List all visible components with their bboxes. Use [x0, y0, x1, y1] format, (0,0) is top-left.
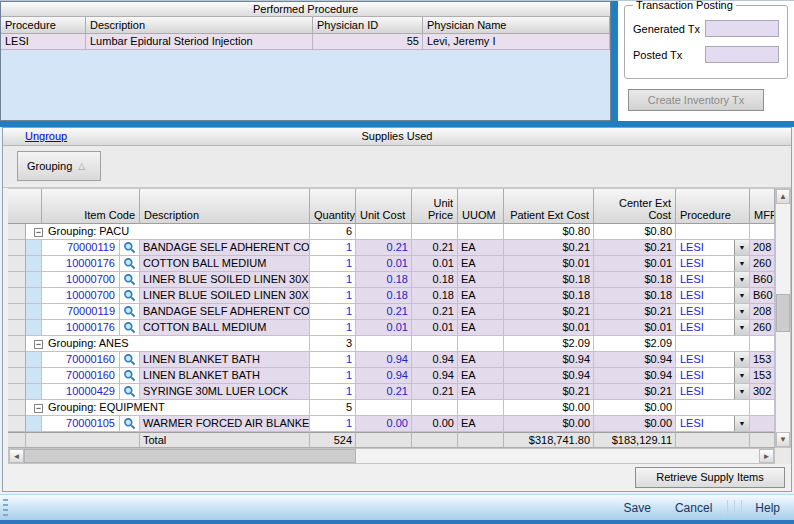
col-header-mfr[interactable]: MFR — [750, 188, 775, 224]
group-label-cell[interactable]: −Grouping: EQUIPMENT — [26, 400, 310, 416]
grouping-button[interactable]: Grouping △ — [17, 151, 101, 181]
col-header-quantity[interactable]: Quantity — [310, 188, 356, 224]
row-selector[interactable] — [8, 416, 26, 432]
item-lookup-button[interactable] — [120, 368, 140, 384]
generated-tx-field[interactable] — [705, 20, 779, 37]
row-selector[interactable] — [8, 368, 26, 384]
col-header-procedure[interactable]: Procedure — [1, 17, 86, 34]
quantity-cell[interactable]: 1 — [310, 352, 356, 368]
chevron-down-icon[interactable]: ▼ — [734, 240, 749, 255]
vertical-scroll-thumb[interactable] — [776, 294, 790, 332]
scroll-left-icon[interactable]: ◄ — [9, 449, 24, 463]
chevron-down-icon[interactable]: ▼ — [734, 320, 749, 335]
procedure-dropdown[interactable]: LESI▼ — [676, 240, 750, 256]
row-selector[interactable] — [8, 320, 26, 336]
chevron-down-icon[interactable]: ▼ — [734, 416, 749, 431]
chevron-down-icon[interactable]: ▼ — [734, 272, 749, 287]
item-code-link[interactable]: 70000160 — [42, 352, 120, 368]
item-lookup-button[interactable] — [120, 272, 140, 288]
create-inventory-tx-button[interactable]: Create Inventory Tx — [628, 89, 764, 111]
item-lookup-button[interactable] — [120, 352, 140, 368]
chevron-down-icon[interactable]: ▼ — [734, 368, 749, 383]
group-label-cell[interactable]: −Grouping: ANES — [26, 336, 310, 352]
scroll-right-icon[interactable]: ► — [759, 449, 774, 463]
retrieve-supply-items-button[interactable]: Retrieve Supply Items — [635, 467, 785, 488]
row-selector[interactable] — [8, 240, 26, 256]
quantity-cell[interactable]: 1 — [310, 240, 356, 256]
col-header-uuom[interactable]: UUOM — [458, 188, 504, 224]
row-selector[interactable] — [8, 288, 26, 304]
col-header-unit-cost[interactable]: Unit Cost — [356, 188, 412, 224]
cell-physician-id[interactable]: 55 — [313, 34, 423, 50]
quantity-cell[interactable]: 1 — [310, 304, 356, 320]
col-header-description[interactable]: Description — [140, 188, 310, 224]
horizontal-scroll-thumb[interactable] — [24, 449, 356, 463]
item-code-link[interactable]: 10000176 — [42, 320, 120, 336]
quantity-cell[interactable]: 1 — [310, 320, 356, 336]
scroll-down-icon[interactable]: ▼ — [776, 432, 790, 447]
item-code-link[interactable]: 10000700 — [42, 288, 120, 304]
posted-tx-field[interactable] — [705, 46, 779, 63]
row-selector[interactable] — [8, 400, 26, 416]
collapse-icon[interactable]: − — [34, 228, 43, 237]
horizontal-scrollbar[interactable]: ◄ ► — [8, 448, 775, 464]
item-lookup-button[interactable] — [120, 256, 140, 272]
save-button[interactable]: Save — [624, 501, 651, 515]
cell-physician-name[interactable]: Levi, Jeremy I — [423, 34, 610, 50]
chevron-down-icon[interactable]: ▼ — [734, 352, 749, 367]
col-header-procedure[interactable]: Procedure — [676, 188, 750, 224]
row-selector[interactable] — [8, 384, 26, 400]
procedure-dropdown[interactable]: LESI▼ — [676, 272, 750, 288]
item-lookup-button[interactable] — [120, 240, 140, 256]
help-button[interactable]: Help — [755, 501, 780, 515]
horizontal-scroll-track[interactable] — [24, 449, 759, 463]
item-lookup-button[interactable] — [120, 304, 140, 320]
item-lookup-button[interactable] — [120, 288, 140, 304]
vertical-scrollbar[interactable]: ▲ ▼ — [775, 188, 791, 448]
item-lookup-button[interactable] — [120, 320, 140, 336]
item-code-link[interactable]: 70000105 — [42, 416, 120, 432]
col-header-description[interactable]: Description — [86, 17, 313, 34]
col-header-physician-name[interactable]: Physician Name — [423, 17, 610, 34]
col-header-item-code[interactable]: Item Code — [42, 188, 140, 224]
item-code-link[interactable]: 10000429 — [42, 384, 120, 400]
quantity-cell[interactable]: 1 — [310, 256, 356, 272]
procedure-dropdown[interactable]: LESI▼ — [676, 288, 750, 304]
ungroup-link[interactable]: Ungroup — [25, 130, 67, 142]
collapse-icon[interactable]: − — [34, 340, 43, 349]
quantity-cell[interactable]: 1 — [310, 288, 356, 304]
row-selector[interactable] — [8, 256, 26, 272]
chevron-down-icon[interactable]: ▼ — [734, 256, 749, 271]
scroll-up-icon[interactable]: ▲ — [776, 189, 790, 204]
procedure-dropdown[interactable]: LESI▼ — [676, 384, 750, 400]
chevron-down-icon[interactable]: ▼ — [734, 384, 749, 399]
chevron-down-icon[interactable]: ▼ — [734, 304, 749, 319]
cancel-button[interactable]: Cancel — [675, 501, 712, 515]
col-header-physician-id[interactable]: Physician ID — [313, 17, 423, 34]
item-code-link[interactable]: 10000176 — [42, 256, 120, 272]
item-code-link[interactable]: 70000119 — [42, 240, 120, 256]
collapse-icon[interactable]: − — [34, 404, 43, 413]
row-selector[interactable] — [8, 336, 26, 352]
row-selector[interactable] — [8, 304, 26, 320]
procedure-dropdown[interactable]: LESI▼ — [676, 368, 750, 384]
item-code-link[interactable]: 70000160 — [42, 368, 120, 384]
row-selector[interactable] — [8, 352, 26, 368]
cell-description[interactable]: Lumbar Epidural Steriod Injection — [86, 34, 313, 50]
quantity-cell[interactable]: 1 — [310, 416, 356, 432]
item-code-link[interactable]: 10000700 — [42, 272, 120, 288]
cell-procedure[interactable]: LESI — [1, 34, 86, 50]
chevron-down-icon[interactable]: ▼ — [734, 288, 749, 303]
col-header-patient-ext-cost[interactable]: Patient Ext Cost — [504, 188, 594, 224]
procedure-dropdown[interactable]: LESI▼ — [676, 320, 750, 336]
performed-procedure-row[interactable]: LESI Lumbar Epidural Steriod Injection 5… — [1, 34, 610, 50]
row-selector[interactable] — [8, 272, 26, 288]
quantity-cell[interactable]: 1 — [310, 272, 356, 288]
quantity-cell[interactable]: 1 — [310, 368, 356, 384]
vertical-scroll-track[interactable] — [776, 204, 790, 432]
procedure-dropdown[interactable]: LESI▼ — [676, 256, 750, 272]
quantity-cell[interactable]: 1 — [310, 384, 356, 400]
procedure-dropdown[interactable]: LESI▼ — [676, 352, 750, 368]
col-header-center-ext-cost[interactable]: Center Ext Cost — [594, 188, 676, 224]
item-lookup-button[interactable] — [120, 384, 140, 400]
